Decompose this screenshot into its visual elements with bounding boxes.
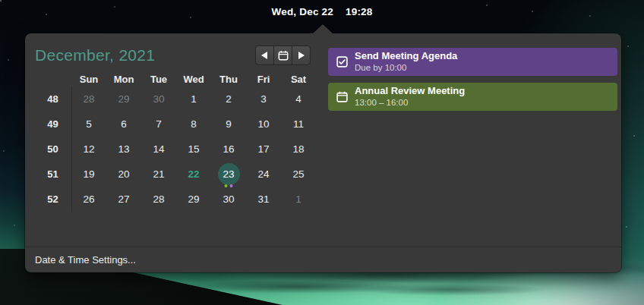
popup-footer: Date & Time Settings... [25,247,621,272]
day-header-sun: Sun [71,71,106,86]
month-title: December, 2021 [35,46,155,64]
top-panel: Wed, Dec 22 19:28 [0,0,644,23]
day-header-tue: Tue [141,71,176,86]
day-cell[interactable]: 1 [281,187,316,212]
day-cell[interactable]: 9 [211,112,246,137]
day-cell[interactable]: 18 [281,137,316,162]
day-cell[interactable]: 16 [211,137,246,162]
day-cell[interactable]: 4 [281,86,316,112]
day-header-sat: Sat [281,71,316,86]
day-cell[interactable]: 6 [106,112,141,137]
calendar-icon [278,50,289,61]
day-cell[interactable]: 30 [211,187,246,212]
day-cell[interactable]: 7 [141,112,176,137]
chevron-right-icon [298,52,305,59]
desktop: Wed, Dec 22 19:28 December, 2021 [0,0,644,305]
chevron-left-icon [261,52,268,59]
day-cell[interactable]: 5 [71,112,106,137]
day-cell[interactable]: 15 [176,137,211,162]
day-cell[interactable]: 23 [211,162,246,187]
week-number: 50 [35,137,72,162]
day-cell[interactable]: 25 [281,162,316,187]
checkbox-checked-icon [336,56,348,68]
calendar-nav [255,46,311,65]
prev-month-button[interactable] [255,46,274,65]
event-title: Send Meeting Agenda [355,50,457,62]
day-cell[interactable]: 20 [106,162,141,187]
day-header-wed: Wed [176,71,211,86]
day-header-thu: Thu [211,71,246,86]
day-cell[interactable]: 1 [176,86,211,112]
day-header-fri: Fri [246,71,281,86]
day-cell[interactable]: 29 [176,187,211,212]
day-cell[interactable]: 24 [246,162,281,187]
day-cell[interactable]: 28 [141,187,176,212]
week-number: 48 [35,86,72,112]
day-cell[interactable]: 28 [71,86,106,112]
week-number: 49 [35,112,72,137]
event-card[interactable]: Send Meeting AgendaDue by 10:00 [328,48,617,76]
day-cell[interactable]: 14 [141,137,176,162]
day-cell[interactable]: 30 [141,86,176,112]
calendar-icon [336,91,348,103]
week-number: 52 [35,187,72,212]
week-number: 51 [35,162,72,187]
events-list: Send Meeting AgendaDue by 10:00Annual Re… [328,44,617,212]
event-subtitle: Due by 10:00 [355,63,457,74]
day-cell[interactable]: 17 [246,137,281,162]
week-column-corner [35,71,71,86]
event-text: Send Meeting AgendaDue by 10:00 [355,50,457,73]
day-cell[interactable]: 13 [106,137,141,162]
event-card[interactable]: Annual Review Meeting13:00 – 16:00 [328,83,617,111]
day-cell[interactable]: 3 [246,86,281,112]
day-cell[interactable]: 27 [106,187,141,212]
day-cell[interactable]: 21 [141,162,176,187]
date-time-settings-button[interactable]: Date & Time Settings... [35,254,136,266]
day-cell[interactable]: 31 [246,187,281,212]
event-text: Annual Review Meeting13:00 – 16:00 [355,85,465,108]
calendar-header: December, 2021 [35,44,320,67]
day-cell[interactable]: 26 [71,187,106,212]
event-subtitle: 13:00 – 16:00 [355,98,465,108]
popup-notch [313,24,333,33]
calendar-grid: SunMonTueWedThuFriSat4828293012344956789… [35,71,320,212]
clock-time: 19:28 [346,6,373,17]
day-cell[interactable]: 12 [71,137,106,162]
day-cell[interactable]: 10 [246,112,281,137]
event-title: Annual Review Meeting [355,85,465,97]
next-month-button[interactable] [292,46,311,65]
calendar-section: December, 2021 [35,44,320,212]
clock-date: Wed, Dec 22 [271,6,333,17]
day-cell[interactable]: 22 [176,162,211,187]
clock[interactable]: Wed, Dec 22 19:28 [271,6,372,17]
day-cell[interactable]: 11 [281,112,316,137]
day-cell[interactable]: 29 [106,86,141,112]
day-cell[interactable]: 19 [71,162,106,187]
today-button[interactable] [273,46,292,65]
day-cell[interactable]: 2 [211,86,246,112]
day-cell[interactable]: 8 [176,112,211,137]
day-header-mon: Mon [106,71,141,86]
calendar-popup: December, 2021 [25,33,621,272]
